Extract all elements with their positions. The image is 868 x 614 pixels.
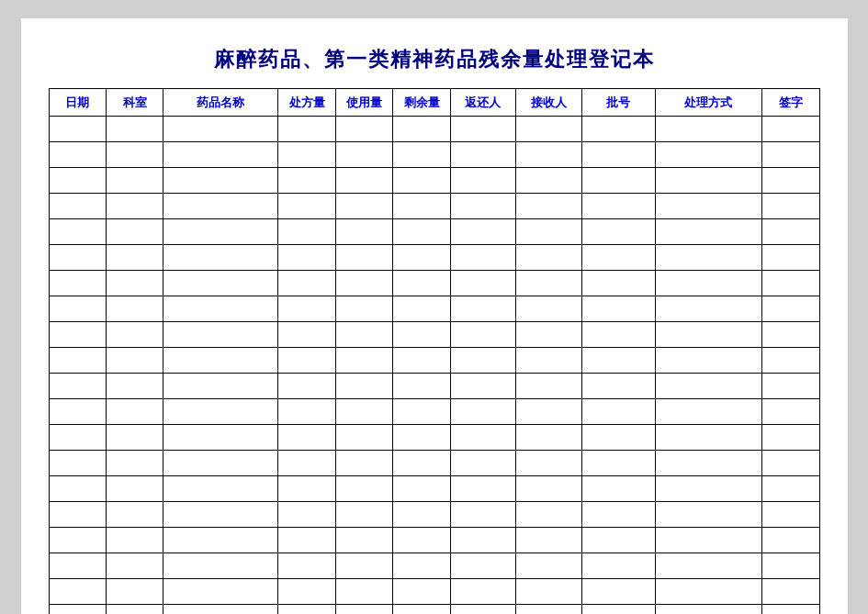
cell-name	[163, 117, 278, 142]
cell-method	[655, 348, 761, 374]
cell-name	[163, 425, 278, 451]
cell-rx	[278, 296, 335, 322]
table-row	[49, 296, 819, 322]
cell-name	[163, 605, 278, 615]
cell-sign	[761, 194, 819, 219]
cell-rx	[278, 579, 335, 605]
cell-rx	[278, 142, 335, 168]
cell-receive	[516, 553, 581, 579]
cell-dept	[106, 374, 163, 399]
cell-name	[163, 579, 278, 605]
cell-dept	[106, 528, 163, 553]
table-row	[49, 219, 819, 245]
cell-date	[49, 117, 106, 142]
cell-remain	[393, 168, 450, 194]
cell-rx	[278, 502, 335, 528]
cell-sign	[761, 425, 819, 451]
cell-batch	[581, 142, 655, 168]
cell-receive	[516, 605, 581, 615]
cell-receive	[516, 399, 581, 425]
cell-dept	[106, 399, 163, 425]
cell-rx	[278, 476, 335, 502]
cell-date	[49, 476, 106, 502]
cell-batch	[581, 168, 655, 194]
cell-remain	[393, 142, 450, 168]
cell-date	[49, 451, 106, 476]
cell-dept	[106, 194, 163, 219]
cell-receive	[516, 502, 581, 528]
cell-used	[335, 605, 392, 615]
cell-receive	[516, 117, 581, 142]
cell-batch	[581, 117, 655, 142]
cell-sign	[761, 579, 819, 605]
header-sign: 签字	[761, 89, 819, 117]
cell-remain	[393, 476, 450, 502]
cell-date	[49, 553, 106, 579]
cell-remain	[393, 605, 450, 615]
cell-method	[655, 605, 761, 615]
cell-used	[335, 142, 392, 168]
cell-remain	[393, 553, 450, 579]
cell-receive	[516, 194, 581, 219]
cell-receive	[516, 142, 581, 168]
cell-used	[335, 579, 392, 605]
header-batch: 批号	[581, 89, 655, 117]
cell-name	[163, 476, 278, 502]
cell-batch	[581, 296, 655, 322]
cell-receive	[516, 271, 581, 296]
table-row	[49, 451, 819, 476]
cell-used	[335, 425, 392, 451]
cell-batch	[581, 245, 655, 271]
cell-sign	[761, 451, 819, 476]
cell-sign	[761, 476, 819, 502]
cell-return	[450, 605, 515, 615]
header-receive: 接收人	[516, 89, 581, 117]
cell-used	[335, 194, 392, 219]
cell-method	[655, 374, 761, 399]
table-row	[49, 476, 819, 502]
cell-used	[335, 451, 392, 476]
cell-remain	[393, 451, 450, 476]
cell-sign	[761, 142, 819, 168]
cell-dept	[106, 425, 163, 451]
cell-batch	[581, 502, 655, 528]
cell-used	[335, 117, 392, 142]
cell-dept	[106, 168, 163, 194]
cell-date	[49, 605, 106, 615]
cell-remain	[393, 194, 450, 219]
cell-remain	[393, 579, 450, 605]
cell-date	[49, 245, 106, 271]
table-row	[49, 605, 819, 615]
cell-return	[450, 245, 515, 271]
cell-return	[450, 271, 515, 296]
cell-name	[163, 399, 278, 425]
cell-date	[49, 271, 106, 296]
cell-name	[163, 322, 278, 348]
cell-method	[655, 553, 761, 579]
cell-dept	[106, 117, 163, 142]
cell-batch	[581, 528, 655, 553]
cell-batch	[581, 476, 655, 502]
cell-date	[49, 322, 106, 348]
cell-receive	[516, 348, 581, 374]
cell-method	[655, 142, 761, 168]
table-row	[49, 425, 819, 451]
cell-used	[335, 245, 392, 271]
cell-remain	[393, 322, 450, 348]
cell-name	[163, 553, 278, 579]
cell-return	[450, 296, 515, 322]
table-row	[49, 322, 819, 348]
table-row	[49, 399, 819, 425]
cell-return	[450, 553, 515, 579]
cell-dept	[106, 322, 163, 348]
cell-date	[49, 219, 106, 245]
cell-return	[450, 399, 515, 425]
cell-sign	[761, 168, 819, 194]
cell-method	[655, 219, 761, 245]
cell-rx	[278, 117, 335, 142]
cell-receive	[516, 296, 581, 322]
table-row	[49, 142, 819, 168]
cell-batch	[581, 271, 655, 296]
cell-batch	[581, 553, 655, 579]
cell-dept	[106, 579, 163, 605]
